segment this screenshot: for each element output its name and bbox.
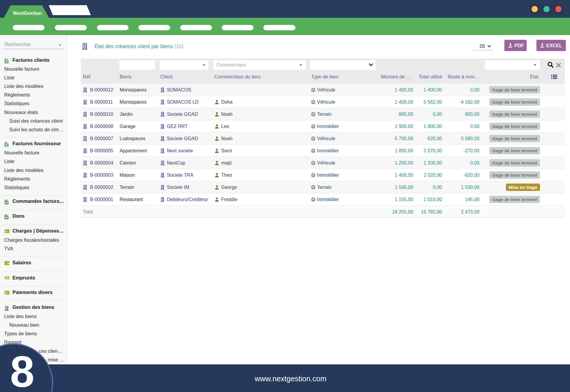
- svg-text:NextGestion: NextGestion: [13, 10, 42, 16]
- svg-text:$: $: [6, 143, 7, 147]
- svg-text:$: $: [7, 277, 7, 279]
- svg-text:$: $: [6, 60, 7, 63]
